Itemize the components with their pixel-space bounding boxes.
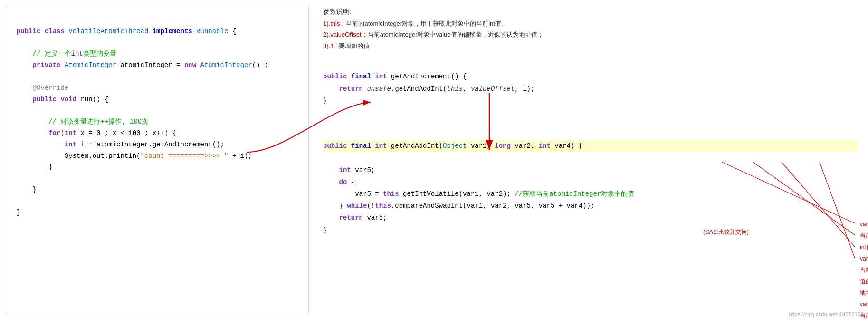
code-line-close-run: }: [17, 186, 37, 193]
method2-line1: public final int getAndAddInt(Object var…: [323, 140, 858, 152]
method2-code: public final int getAndAddInt(Object var…: [323, 128, 858, 248]
method1-line2: return unsafe.getAndAddInt(this, valueOf…: [323, 85, 534, 93]
code-line-5: public void run() {: [17, 96, 108, 103]
var-annotations: var1:当前int值 var2:当前值的地址 var5:当前int值 var5…: [860, 219, 868, 319]
method2-line7: }: [323, 226, 327, 234]
cas-annotation: (CAS:比较并交换): [703, 228, 749, 236]
var-annotation-1: var1:当前int值: [860, 219, 868, 253]
url-label: https://blog.csdn.net/u01282173: [789, 311, 863, 317]
method2-line4: var5 = this.getIntVolatile(var1, var2); …: [323, 190, 634, 198]
code-line-int-i: int i = atomicInteger.getAndIncrement();: [17, 141, 224, 148]
code-line-annotation: @Override: [17, 84, 68, 92]
method1-code: public final int getAndIncrement() { ret…: [323, 59, 858, 119]
param-3: 3).1 : 要增加的值: [323, 40, 858, 51]
params-title: 参数说明:: [323, 8, 858, 16]
method2-line2: int var5;: [323, 166, 375, 174]
code-line-3: private AtomicInteger atomicInteger = ne…: [17, 61, 268, 69]
code-line-1: public class VolatileAtomicThread implem…: [17, 28, 236, 35]
params-section: 参数说明: 1).this：当前的atomicInteger对象，用于获取此对象…: [323, 8, 858, 51]
code-line-for: for(int x = 0 ; x < 100 ; x++) {: [17, 129, 176, 137]
method1-line1: public final int getAndIncrement() {: [323, 73, 467, 80]
method2-line5: } while(!this.compareAndSwapInt(var1, va…: [323, 202, 594, 210]
main-layout: public class VolatileAtomicThread implem…: [0, 0, 868, 319]
method1-line3: }: [323, 97, 327, 105]
var-annotation-2: var2:当前值的地址: [860, 253, 868, 299]
method2-line6: return var5;: [323, 214, 387, 222]
code-line-comment1: // 定义一个int类型的变量: [17, 50, 116, 58]
code-line-close-for: }: [17, 163, 53, 171]
right-panel: 参数说明: 1).this：当前的atomicInteger对象，用于获取此对象…: [314, 0, 868, 319]
param-1: 1).this：当前的atomicInteger对象，用于获取此对象中的当前in…: [323, 18, 858, 29]
code-line-sysout: System.out.println("count =========>>>> …: [17, 152, 252, 160]
code-line-close-class: }: [17, 209, 20, 216]
param-2: 2).valueOffset：当前atomicInteger对象中value值的…: [323, 29, 858, 40]
method2-line3: do {: [323, 178, 355, 186]
left-code-block: public class VolatileAtomicThread implem…: [17, 15, 297, 230]
left-code-panel: public class VolatileAtomicThread implem…: [5, 5, 309, 314]
code-line-comment2: // 对该变量进行++操作, 100次: [17, 118, 148, 126]
